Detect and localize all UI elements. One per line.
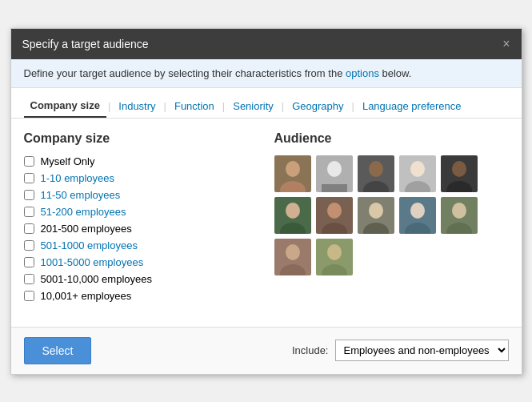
desc-after: below.: [379, 67, 411, 79]
tab-function[interactable]: Function: [168, 95, 221, 117]
checkbox-201-500[interactable]: [24, 223, 34, 234]
label-201-500[interactable]: 201-500 employees: [41, 223, 132, 235]
modal-body: Company size Myself Only 1-10 employees …: [11, 119, 522, 327]
svg-point-13: [452, 161, 466, 177]
list-item: 1001-5000 employees: [24, 256, 250, 268]
select-button[interactable]: Select: [24, 337, 92, 364]
tab-sep-3: |: [222, 100, 225, 112]
tab-sep-1: |: [108, 100, 110, 112]
modal-header: Specify a target audience ×: [11, 29, 522, 59]
checkbox-501-1000[interactable]: [24, 240, 34, 251]
list-item: Myself Only: [24, 155, 250, 167]
modal-description: Define your target audience by selecting…: [11, 59, 522, 88]
avatar: [358, 155, 394, 192]
svg-point-31: [286, 244, 300, 260]
avatar: [274, 155, 311, 192]
svg-point-34: [327, 244, 342, 260]
company-size-heading: Company size: [24, 131, 250, 146]
avatar: [399, 197, 436, 234]
label-11-50[interactable]: 11-50 employees: [41, 189, 121, 201]
list-item: 11-50 employees: [24, 189, 250, 201]
label-1001-5000[interactable]: 1001-5000 employees: [41, 256, 144, 268]
svg-point-25: [410, 203, 425, 219]
checkbox-1001-5000[interactable]: [24, 257, 34, 267]
list-item: 51-200 employees: [24, 206, 250, 218]
avatar: [274, 239, 311, 275]
tab-industry[interactable]: Industry: [112, 95, 162, 117]
list-item: 201-500 employees: [24, 223, 250, 235]
checkbox-1-10[interactable]: [24, 173, 34, 183]
company-size-panel: Company size Myself Only 1-10 employees …: [24, 131, 266, 314]
svg-point-7: [369, 161, 383, 177]
avatar: [441, 197, 478, 234]
close-icon[interactable]: ×: [502, 37, 510, 51]
avatar: [358, 197, 394, 234]
tabs-bar: Company size | Industry | Function | Sen…: [11, 88, 522, 119]
label-501-1000[interactable]: 501-1000 employees: [41, 239, 138, 251]
include-label: Include:: [292, 344, 329, 356]
modal-footer: Select Include: Employees and non-employ…: [11, 327, 522, 374]
svg-point-28: [452, 203, 466, 219]
list-item: 10,001+ employees: [24, 290, 250, 302]
checkbox-11-50[interactable]: [24, 190, 34, 200]
tab-sep-2: |: [164, 100, 166, 112]
svg-rect-5: [322, 184, 347, 192]
label-10001[interactable]: 10,001+ employees: [41, 290, 132, 302]
avatar: [399, 155, 436, 192]
avatar: [274, 197, 311, 234]
tab-geography[interactable]: Geography: [286, 95, 350, 117]
svg-point-19: [327, 203, 342, 219]
avatar: [316, 239, 353, 275]
svg-point-16: [286, 203, 300, 219]
include-dropdown[interactable]: Employees and non-employees Employees on…: [335, 340, 509, 361]
avatar: [316, 155, 353, 192]
avatar: [441, 155, 478, 192]
desc-before: Define your target audience by selecting…: [24, 67, 346, 79]
desc-options-link[interactable]: options: [346, 67, 379, 79]
tab-sep-5: |: [352, 100, 354, 112]
tab-language[interactable]: Language preference: [356, 95, 468, 117]
tab-sep-4: |: [282, 100, 284, 112]
label-1-10[interactable]: 1-10 employees: [41, 172, 115, 184]
svg-point-4: [327, 161, 342, 177]
include-section: Include: Employees and non-employees Emp…: [292, 340, 509, 361]
label-51-200[interactable]: 51-200 employees: [41, 206, 126, 218]
label-5001-10000[interactable]: 5001-10,000 employees: [41, 273, 153, 285]
audience-heading: Audience: [274, 131, 509, 146]
svg-point-10: [410, 161, 425, 177]
checkbox-51-200[interactable]: [24, 207, 34, 217]
checkbox-myself[interactable]: [24, 156, 34, 167]
checkbox-10001[interactable]: [24, 291, 34, 301]
audience-grid: [274, 155, 509, 275]
tab-company-size[interactable]: Company size: [24, 94, 106, 118]
svg-point-22: [369, 203, 383, 219]
modal-title: Specify a target audience: [22, 38, 149, 50]
avatar: [316, 197, 353, 234]
svg-point-1: [286, 161, 300, 177]
list-item: 5001-10,000 employees: [24, 273, 250, 285]
audience-panel: Audience: [266, 131, 509, 314]
checkbox-5001-10000[interactable]: [24, 274, 34, 284]
tab-seniority[interactable]: Seniority: [226, 95, 280, 117]
modal-container: Specify a target audience × Define your …: [10, 28, 522, 375]
label-myself[interactable]: Myself Only: [41, 155, 95, 167]
list-item: 501-1000 employees: [24, 239, 250, 251]
list-item: 1-10 employees: [24, 172, 250, 184]
